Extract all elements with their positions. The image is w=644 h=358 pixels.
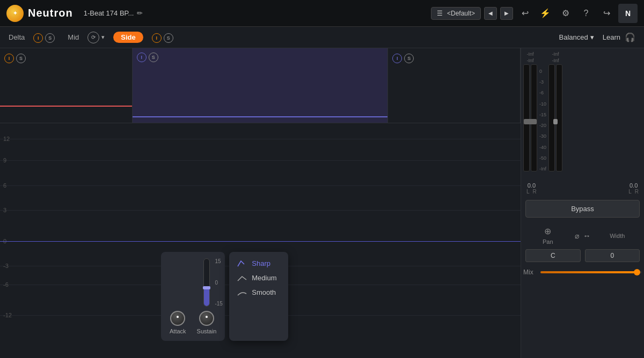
grid-label-12: 12 [3,136,10,142]
lr-left-L: L [526,189,530,195]
fader1-track[interactable] [523,64,530,171]
balanced-label: Balanced [559,33,588,41]
band1-power-icon[interactable]: I [33,33,43,43]
meter-val-right: 0.0 L R [628,182,639,195]
attack-item: Attack [170,311,186,334]
logo-area: ✦ Neutron [6,5,73,22]
scale-n40: -40 [539,145,546,150]
smooth-icon [237,289,247,296]
sustain-knob[interactable] [199,311,214,326]
main-layout: I S I S I S [0,48,644,358]
fader2-track[interactable] [531,64,537,171]
band3-strip-solo[interactable]: S [404,54,414,63]
next-preset-button[interactable]: ▶ [500,7,513,20]
balanced-chevron: ▾ [590,33,594,41]
band1-strip-power[interactable]: I [4,54,14,63]
balanced-dropdown[interactable]: Balanced ▾ [559,33,594,41]
top-bar: ✦ Neutron 1-Beat 174 BP... ✏ ☰ <Default>… [0,0,644,27]
band3-strip-icons: I S [392,54,414,63]
lightning-button[interactable]: ⚡ [537,5,554,22]
popup-container: Attack 15 0 [161,252,288,341]
bypass-button[interactable]: Bypass [525,200,640,218]
inf-label-1: -Inf [526,51,533,57]
grid-line-3 [0,210,521,211]
sustain-slider-thumb[interactable] [203,286,210,289]
mix-fill [540,271,637,273]
left-panel: I S I S I S [0,48,521,358]
band1-red-line [0,106,132,107]
knobs-row: Attack 15 0 [170,258,216,334]
app-logo: ✦ [6,5,24,22]
sustain-label: Sustain [197,328,217,334]
lr-right-R: R [635,189,639,195]
pan-value[interactable]: C [525,249,581,262]
lr-labels-right: L R [628,189,639,195]
scale-n10: -10 [539,101,546,107]
inf-labels-3: -Inf [552,51,559,57]
band2-strip-power[interactable]: I [137,53,147,62]
band1-icons: I S [33,33,55,43]
preset-default-label: <Default> [447,10,475,17]
settings-button[interactable]: ⚙ [557,5,574,22]
sustain-slider-track[interactable] [203,258,210,307]
band-1: I S [0,48,133,123]
app-name: Neutron [28,7,73,19]
help-button[interactable]: ? [577,5,595,22]
pan-item: ⊕ Pan [525,226,570,245]
history-button[interactable]: ↩ [516,5,533,22]
side-button[interactable]: Side [113,32,143,43]
menu-item-sharp[interactable]: Sharp [229,256,288,271]
preset-area: 1-Beat 174 BP... ✏ [84,9,431,17]
band1-strip-solo[interactable]: S [16,54,26,63]
controls-section: ⊕ Pan ⌀ ↔ Width C 0 [521,222,644,266]
fader4-track[interactable] [556,64,562,171]
mix-thumb[interactable] [634,269,640,275]
band2-blue-line [133,116,388,117]
fader3-tracks [548,64,562,171]
band1-strip-icons: I S [4,54,26,63]
edit-preset-icon[interactable]: ✏ [137,9,143,17]
inf-label-4: -Inf [552,58,559,63]
fader3-track[interactable] [548,64,555,171]
lr-row: 0.0 L R 0.0 L R [521,181,644,196]
band2-strip-solo[interactable]: S [149,53,158,62]
null-icon: ⌀ [575,232,579,240]
menu-item-smooth[interactable]: Smooth [229,285,288,300]
pan-label: Pan [543,238,553,245]
top-right-controls: ☰ <Default> ◀ ▶ ↩ ⚡ ⚙ ? ↪ N [431,4,638,23]
preset-selector[interactable]: ☰ <Default> [431,7,481,20]
fader2-thumb[interactable] [553,119,558,124]
side-icons: I S [152,33,173,43]
scale-labels: 0 -3 -6 -10 -15 -20 -30 -40 -50 -Inf [539,66,546,174]
prev-preset-button[interactable]: ◀ [484,7,497,20]
mix-track[interactable] [540,271,642,273]
lr-labels-left: L R [526,189,537,195]
fader1-section: -Inf -Inf [523,51,537,178]
side-power-icon[interactable]: I [152,33,162,43]
band3-strip-power[interactable]: I [392,54,402,63]
attack-knob[interactable] [170,311,185,326]
band1-solo-icon[interactable]: S [45,33,55,43]
preset-list-icon: ☰ [437,10,443,17]
pan-width-icons-row: ⊕ Pan ⌀ ↔ Width [525,226,640,245]
balanced-area: Balanced ▾ Learn 🎧 [555,32,635,42]
menu-item-medium[interactable]: Medium [229,271,288,285]
fader1-tracks [523,64,537,171]
routing-icon[interactable]: ⟳ [87,32,99,43]
grid-line-9 [0,160,521,161]
fader1-thumb[interactable] [524,119,537,124]
sharp-icon [237,260,247,267]
band-3: I S [388,48,521,123]
lr-left-R: R [533,189,537,195]
side-solo-icon[interactable]: S [164,33,173,43]
width-value[interactable]: 0 [585,249,640,262]
inf-label-3: -Inf [552,51,559,57]
pan-width-values-row: C 0 [525,249,640,262]
routing-area: ⟳ ▾ [87,32,105,43]
knob-panel: Attack 15 0 [161,252,225,341]
slider-mid-label: 0 [215,280,222,286]
headphone-icon[interactable]: 🎧 [625,32,635,42]
learn-button[interactable]: Learn [603,33,620,41]
preset-name: 1-Beat 174 BP... [84,9,134,17]
undo-button[interactable]: ↪ [598,5,615,22]
